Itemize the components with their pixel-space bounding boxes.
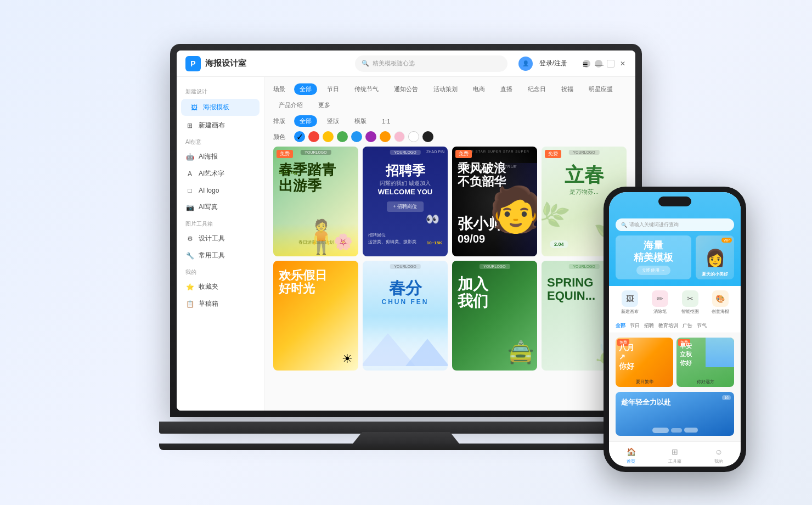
phone-nav-home[interactable]: 🏠 首页 [609,446,653,464]
filter-tag-all-layout[interactable]: 全部 [294,115,317,127]
sidebar-item-ai-logo[interactable]: □ AI logo [177,182,264,199]
phone-nav-tools[interactable]: ⊞ 工具箱 [653,446,697,464]
color-dot-all[interactable]: ✓ [294,131,305,142]
creative-poster-action-icon: 🎨 [712,290,729,307]
filter-tag-landscape[interactable]: 横版 [349,115,372,127]
phone-banner-left[interactable]: 海量精美模板 立即使用 → [616,235,691,279]
common-tool-icon: 🔧 [185,251,194,260]
card-6-main-text: 春分 [363,277,448,300]
template-card-1[interactable]: 免费 YOURLOGO 春季踏青出游季 Spring 春日游南城市计划 🌸 🧍 [273,147,358,256]
template-card-6[interactable]: YOURLOGO 春分 CHUN FEN [363,261,448,371]
filter-tag-product[interactable]: 产品介绍 [273,99,308,111]
filter-tag-portrait[interactable]: 竖版 [322,115,345,127]
sidebar-item-design-tool[interactable]: ⚙ 设计工具 [177,230,264,247]
filter-tag-activity[interactable]: 活动策划 [428,83,463,95]
ai-art-text-label: AI艺术字 [199,169,224,178]
color-dot-yellow[interactable] [323,131,334,142]
maximize-button[interactable] [607,60,614,68]
filter-tag-star[interactable]: 明星应援 [583,83,618,95]
card-2-deco: 👀 [426,212,439,226]
cutout-action-icon: ✂ [682,290,698,307]
minimize-button[interactable]: — [595,60,602,68]
filter-tag-more[interactable]: 更多 [313,99,336,111]
phone-tpl-summer-label: 夏日繁华 [616,379,673,385]
color-dot-blue[interactable] [351,131,362,142]
phone-cat-ad[interactable]: 广告 [683,322,692,329]
color-dot-purple[interactable] [365,131,376,142]
phone-search[interactable]: 🔍 请输入关键词进行查询 [616,218,734,231]
card-7-main-text: 加入我们 [458,276,488,310]
phone-tpl-country[interactable]: 免费 早安立秋你好 你好远方 [676,338,734,387]
color-dot-black[interactable] [422,131,433,142]
phone-action-new-canvas[interactable]: 🖼 新建画布 [616,290,644,315]
filter-tag-traditional[interactable]: 传统节气 [349,83,384,95]
search-bar-top[interactable]: 🔍 精美模板随心选 [355,55,507,72]
phone-tpl-summer[interactable]: 免费 八月↗你好 夏日繁华 [616,338,673,387]
sidebar-item-favorites[interactable]: ⭐ 收藏夹 [177,278,264,295]
card-6-pinyin: CHUN FEN [363,298,448,306]
phone-action-eraser[interactable]: ✏ 消除笔 [646,290,674,315]
phone-action-creative-poster[interactable]: 🎨 创意海报 [706,290,734,315]
card-1-person: 🧍 [301,217,342,256]
phone-cat-education[interactable]: 教育培训 [658,322,678,329]
sidebar-item-ai-art-text[interactable]: A AI艺术字 [177,165,264,182]
eraser-action-icon: ✏ [652,290,668,307]
menu-button[interactable]: ≡ [583,60,590,68]
color-filter-row: 颜色 ✓ [273,131,627,142]
phone-cat-recruit[interactable]: 招聘 [644,322,654,329]
phone-tpl-youth[interactable]: 趁年轻全力以赴 16 [616,392,734,436]
phone-cat-holiday[interactable]: 节日 [630,322,640,329]
filter-tag-blessing[interactable]: 祝福 [556,83,579,95]
close-button[interactable]: ✕ [619,60,627,68]
template-card-3[interactable]: 免费 SUPER STAR SUPER STAR SUPER 乘风破浪不负韶华 … [452,147,537,256]
filter-tag-holiday[interactable]: 节日 [322,83,345,95]
phone-search-icon: 🔍 [621,222,627,228]
cloud-3 [684,428,698,433]
color-dot-red[interactable] [308,131,319,142]
sidebar-item-common-tool[interactable]: 🔧 常用工具 [177,247,264,264]
free-badge-3: 免费 [455,150,472,158]
template-card-2[interactable]: YOURLOGO ZHAO PIN 招聘季 闪耀的我们 诚邀加入 WELCOME… [363,147,448,256]
card-2-welcome: WELCOME YOU [363,188,448,196]
phone-cat-season[interactable]: 节气 [697,322,707,329]
filter-tag-ecommerce[interactable]: 电商 [467,83,490,95]
filter-tag-square[interactable]: 1:1 [376,116,396,126]
phone-nav-my[interactable]: ☺ 我的 [697,446,741,464]
filter-tag-live[interactable]: 直播 [495,83,518,95]
phone-templates: 免费 八月↗你好 夏日繁华 免费 早安立秋你好 你好远方 趁年轻全力 [609,333,741,441]
sidebar-item-poster-template[interactable]: 🖼 海报模板 [181,99,260,116]
app-title: 海报设计室 [205,58,344,69]
phone-tpl-country-sky [706,338,735,367]
drafts-label: 草稿箱 [199,299,218,308]
tools-section-label: 图片工具箱 [177,216,264,230]
color-dots: ✓ [294,131,433,142]
my-nav-label: 我的 [714,458,723,464]
card-5-en: Travel [280,271,296,277]
sidebar-item-drafts[interactable]: 📋 草稿箱 [177,295,264,312]
sidebar-item-new-canvas[interactable]: ⊞ 新建画布 [177,117,264,134]
color-dot-orange[interactable] [380,131,391,142]
template-card-5[interactable]: 欢乐假日好时光 Travel ☀ [273,261,358,371]
card-6-mountain [363,327,448,371]
color-filter-label: 颜色 [273,133,290,141]
login-text[interactable]: 登录/注册 [539,59,567,68]
filter-tag-memorial[interactable]: 纪念日 [522,83,551,95]
filter-tag-notice[interactable]: 通知公告 [388,83,424,95]
color-dot-green[interactable] [337,131,348,142]
sidebar-item-ai-poster[interactable]: 🤖 AI海报 [177,148,264,165]
phone-action-cutout[interactable]: ✂ 智能抠图 [676,290,704,315]
filter-tag-all-scene[interactable]: 全部 [294,83,317,95]
color-dot-pink[interactable] [394,131,405,142]
laptop-screen: P 海报设计室 🔍 精美模板随心选 👤 登录/注册 ≡ — [177,50,635,411]
sidebar-item-ai-writing[interactable]: 📷 AI写真 [177,199,264,216]
window-controls: ≡ — ✕ [583,60,627,68]
template-card-7[interactable]: YOURLOGO 加入我们 🚖 [452,261,537,371]
phone-cat-all[interactable]: 全部 [616,322,625,329]
card-4-date-badge: 2.04 [550,240,568,248]
card-1-main-text: 春季踏青出游季 [279,162,336,193]
cloud-2 [671,428,682,433]
phone-banner-cta[interactable]: 立即使用 → [636,266,670,275]
ai-poster-label: AI海报 [199,152,218,161]
design-tool-icon: ⚙ [185,234,194,243]
color-dot-white[interactable] [408,131,419,142]
